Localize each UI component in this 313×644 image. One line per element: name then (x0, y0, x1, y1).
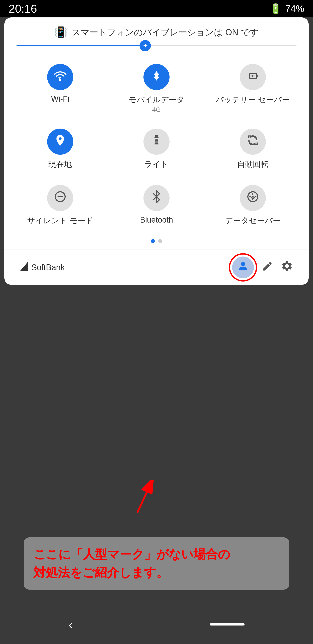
svg-text:?: ? (58, 76, 61, 80)
status-time: 20:16 (9, 2, 37, 15)
brightness-track (16, 45, 297, 46)
wifi-label: Wi-Fi (51, 94, 69, 104)
status-bar: 20:16 🔋 74% (0, 0, 313, 18)
brightness-thumb[interactable]: ✦ (140, 40, 151, 51)
location-label: 現在地 (48, 159, 72, 170)
page-dot-2 (158, 239, 162, 243)
data-saver-icon-circle (240, 185, 266, 211)
brightness-thumb-icon: ✦ (143, 42, 148, 50)
flashlight-icon (150, 134, 163, 149)
user-account-button[interactable] (232, 256, 254, 278)
back-button[interactable]: ‹ (68, 617, 73, 632)
data-saver-label: データセーバー (225, 216, 281, 226)
svg-rect-7 (155, 142, 158, 143)
svg-line-15 (137, 484, 150, 512)
vibration-icon: 📳 (54, 26, 67, 38)
flashlight-icon-circle (143, 128, 170, 155)
page-dot-1 (151, 239, 155, 243)
page-indicators (12, 239, 301, 243)
silent-mode-icon-circle (47, 185, 73, 211)
battery-saver-label: バッテリー セーバー (216, 94, 290, 105)
auto-rotate-icon-circle (240, 128, 266, 155)
auto-rotate-label: 自動回転 (237, 159, 269, 170)
bluetooth-icon (150, 190, 163, 206)
battery-icon: 🔋 (270, 3, 282, 14)
tile-mobile-data[interactable]: モバイルデータ 4G (108, 58, 205, 122)
battery-saver-icon (246, 69, 259, 85)
tiles-grid: ? Wi-Fi モバイルデータ 4G (12, 58, 301, 235)
edit-button[interactable] (262, 261, 273, 274)
bottom-actions (232, 256, 293, 278)
auto-rotate-icon (246, 134, 259, 150)
bluetooth-icon-circle (143, 185, 170, 211)
nav-bar: ‹ (0, 605, 313, 644)
tile-location[interactable]: 現在地 (12, 122, 108, 178)
svg-marker-12 (20, 262, 28, 271)
tile-bluetooth[interactable]: Bluetooth (108, 178, 205, 235)
wifi-icon: ? (54, 69, 67, 85)
mobile-data-icon-circle (143, 64, 170, 90)
tile-battery-saver[interactable]: バッテリー セーバー (205, 58, 301, 122)
tile-wifi[interactable]: ? Wi-Fi (12, 58, 108, 122)
mobile-data-sublabel: 4G (152, 106, 161, 113)
bottom-bar: SoftBank (12, 250, 301, 285)
bluetooth-label: Bluetooth (140, 216, 173, 224)
quick-settings-panel: 📳 スマートフォンのバイブレーションは ON です ✦ ? (4, 18, 309, 285)
location-icon-circle (47, 128, 73, 155)
location-icon (54, 134, 67, 150)
silent-mode-label: サイレント モード (27, 216, 93, 226)
tile-flashlight[interactable]: ライト (108, 122, 205, 178)
settings-button[interactable] (281, 260, 293, 275)
data-saver-icon (246, 190, 259, 206)
vibration-text: スマートフォンのバイブレーションは ON です (72, 26, 259, 38)
mobile-data-label: モバイルデータ (128, 94, 185, 105)
battery-saver-icon-circle (240, 64, 266, 90)
vibration-row: 📳 スマートフォンのバイブレーションは ON です (12, 26, 301, 38)
annotation-text: ここに「人型マーク」がない場合の対処法をご紹介します。 (33, 548, 230, 580)
home-indicator[interactable] (210, 623, 245, 626)
silent-mode-icon (54, 190, 67, 206)
battery-percentage: 74% (285, 3, 304, 14)
annotation-box: ここに「人型マーク」がない場合の対処法をご紹介します。 (24, 538, 289, 590)
tile-silent-mode[interactable]: サイレント モード (12, 178, 108, 235)
carrier-name: SoftBank (31, 263, 65, 272)
tile-data-saver[interactable]: データセーバー (205, 178, 301, 235)
flashlight-label: ライト (144, 159, 168, 170)
brightness-slider[interactable]: ✦ (16, 45, 297, 46)
status-right: 🔋 74% (270, 3, 304, 14)
signal-icon (20, 262, 28, 273)
wifi-icon-circle: ? (47, 64, 73, 90)
red-circle-highlight (229, 253, 257, 282)
mobile-data-icon (150, 69, 163, 85)
red-arrow-area (131, 480, 157, 516)
tile-auto-rotate[interactable]: 自動回転 (205, 122, 301, 178)
svg-rect-4 (257, 75, 258, 77)
svg-point-11 (252, 196, 254, 198)
brightness-fill (16, 45, 151, 46)
carrier-area: SoftBank (20, 262, 65, 273)
